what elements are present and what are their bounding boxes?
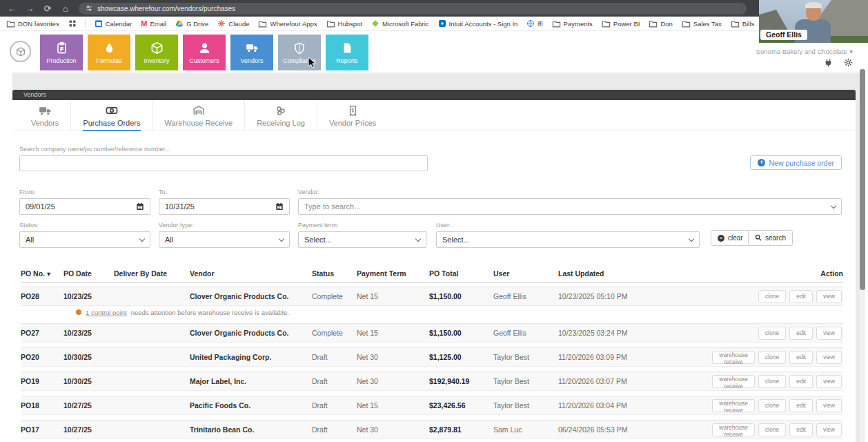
control-point-link[interactable]: 1 control point <box>86 309 127 316</box>
calendar-icon[interactable] <box>136 202 144 211</box>
nav-tile[interactable]: Vendors <box>230 35 273 70</box>
folder-icon <box>731 19 740 28</box>
col-vendor[interactable]: Vendor <box>190 269 312 278</box>
search-input[interactable] <box>19 155 428 171</box>
gear-icon[interactable] <box>844 57 853 70</box>
table-body: PO28 10/23/25 Clover Organic Products Co… <box>21 287 843 439</box>
folder-icon <box>682 19 691 28</box>
back-icon[interactable]: ← <box>7 3 17 14</box>
nav-tile[interactable]: Production <box>40 35 83 70</box>
tab[interactable]: Vendors <box>19 100 70 131</box>
edit-button[interactable]: edit <box>789 290 813 303</box>
tab[interactable]: Warehouse Receive <box>152 100 245 131</box>
cell-po-no[interactable]: PO18 <box>21 401 63 410</box>
warehouse-receive-button[interactable]: warehouse receive <box>712 423 755 436</box>
col-po-date[interactable]: PO Date <box>63 269 114 278</box>
address-bar[interactable]: showcase.wherefour.com/vendors/purchases <box>79 3 747 15</box>
wherefour-logo-icon[interactable] <box>10 41 31 62</box>
integrations-plug-icon[interactable] <box>824 57 833 70</box>
view-button[interactable]: view <box>816 290 842 303</box>
bookmark-item[interactable]: Sales Tax <box>682 19 722 28</box>
new-purchase-order-button[interactable]: + New purchase order <box>750 155 842 170</box>
col-user[interactable]: User <box>493 269 558 278</box>
edit-button[interactable]: edit <box>789 375 813 388</box>
col-po-no[interactable]: PO No. ▾ <box>21 269 63 278</box>
warehouse-receive-button[interactable]: warehouse receive <box>712 375 755 388</box>
bookmark-label: ffl <box>537 20 542 28</box>
vendor-type-select[interactable]: All <box>159 231 290 248</box>
account-switcher[interactable]: Sonoma Bakery and Chocolate ▾ <box>756 48 853 55</box>
from-date-input[interactable] <box>26 202 136 211</box>
bookmark-item[interactable]: Wherefour Apps <box>258 19 317 28</box>
view-button[interactable]: view <box>816 351 842 364</box>
nav-tile[interactable]: Formulas <box>88 35 130 70</box>
reload-icon[interactable]: ⟳ <box>43 3 52 14</box>
view-button[interactable]: view <box>816 423 842 436</box>
bookmark-item[interactable]: Calendar <box>95 19 132 28</box>
tab[interactable]: Receiving Log <box>244 100 317 131</box>
warehouse-receive-button[interactable]: warehouse receive <box>712 399 755 412</box>
tab[interactable]: Vendor Prices <box>317 100 388 131</box>
col-po-total[interactable]: PO Total <box>429 269 493 278</box>
from-date-field[interactable] <box>19 198 150 215</box>
tab[interactable]: Purchase Orders <box>70 100 152 131</box>
clone-button[interactable]: clone <box>758 399 786 412</box>
scrollbar-thumb[interactable] <box>860 69 865 290</box>
bookmark-item[interactable] <box>68 19 86 28</box>
col-payment-term[interactable]: Payment Term <box>357 269 429 278</box>
to-date-input[interactable] <box>165 202 275 211</box>
clone-button[interactable]: clone <box>758 351 786 364</box>
view-button[interactable]: view <box>816 375 842 388</box>
cell-po-no[interactable]: PO20 <box>21 353 63 361</box>
payment-term-select[interactable]: Select... <box>298 231 426 248</box>
nav-tile[interactable]: Reports <box>326 35 368 70</box>
view-button[interactable]: view <box>816 327 842 340</box>
bookmark-item[interactable]: M Email <box>141 20 166 28</box>
home-icon[interactable]: ⌂ <box>61 3 70 14</box>
user-select[interactable]: Select... <box>436 231 700 248</box>
edit-button[interactable]: edit <box>789 327 813 340</box>
clone-button[interactable]: clone <box>758 375 786 388</box>
chevron-down-icon <box>415 236 421 241</box>
nav-tile[interactable]: Customers <box>183 35 226 70</box>
bookmark-item[interactable]: ffl <box>526 19 542 28</box>
cell-po-no[interactable]: PO19 <box>21 377 63 385</box>
cell-po-no[interactable]: PO27 <box>21 329 63 337</box>
bookmark-item[interactable]: Intuit Accounts - Sign In <box>438 19 518 28</box>
col-deliver-by-date[interactable]: Deliver By Date <box>114 269 190 278</box>
col-last-updated[interactable]: Last Updated <box>558 269 721 278</box>
bookmark-item[interactable]: Hubspot <box>326 19 362 28</box>
warehouse-receive-button[interactable]: warehouse receive <box>712 351 755 364</box>
bookmark-item[interactable]: Power BI <box>602 19 640 28</box>
purchase-orders-table: PO No. ▾ PO Date Deliver By Date Vendor … <box>21 269 843 442</box>
clone-button[interactable]: clone <box>758 327 786 340</box>
to-date-field[interactable] <box>159 198 290 215</box>
bookmark-item[interactable]: DON favorites <box>6 19 59 28</box>
status-select[interactable]: All <box>19 231 150 248</box>
edit-button[interactable]: edit <box>789 399 813 412</box>
edit-button[interactable]: edit <box>789 351 813 364</box>
clone-button[interactable]: clone <box>758 423 786 436</box>
col-status[interactable]: Status <box>312 269 357 278</box>
bookmark-item[interactable]: G Drive <box>175 19 208 28</box>
nav-tile[interactable]: Inventory <box>135 35 178 70</box>
forward-icon[interactable]: → <box>25 3 34 14</box>
bookmark-item[interactable]: Claude <box>217 19 249 28</box>
cell-po-date: 10/23/25 <box>63 329 114 337</box>
bookmark-item[interactable]: Microsoft Fabric <box>371 19 429 28</box>
site-settings-icon[interactable] <box>86 5 92 12</box>
nav-tile[interactable]: Compliance <box>278 35 321 70</box>
cell-po-no[interactable]: PO17 <box>21 425 63 434</box>
calendar-icon[interactable] <box>275 202 284 211</box>
clone-button[interactable]: clone <box>758 290 786 303</box>
bookmark-item[interactable]: Don <box>649 19 672 28</box>
cell-po-no[interactable]: PO28 <box>21 292 63 300</box>
apps-grid-icon <box>68 19 77 28</box>
search-button[interactable]: search <box>748 230 793 246</box>
bookmark-item[interactable]: Bills <box>731 19 754 28</box>
vendor-select[interactable]: Type to search... <box>298 198 842 215</box>
bookmark-item[interactable]: Payments <box>552 19 593 28</box>
edit-button[interactable]: edit <box>789 423 813 436</box>
clear-button[interactable]: clear <box>711 230 750 246</box>
view-button[interactable]: view <box>816 399 842 412</box>
